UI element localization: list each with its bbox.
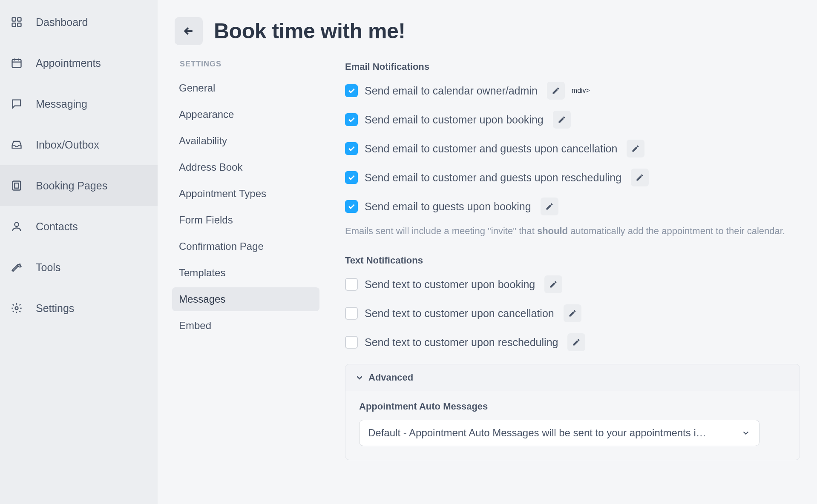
pencil-icon xyxy=(636,173,644,182)
check-icon xyxy=(347,86,356,95)
check-label: Send email to customer upon booking xyxy=(365,114,544,126)
settings-item-confirmation-page[interactable]: Confirmation Page xyxy=(172,235,319,258)
svg-point-8 xyxy=(15,307,18,310)
settings-item-form-fields[interactable]: Form Fields xyxy=(172,208,319,232)
sidebar-item-contacts[interactable]: Contacts xyxy=(0,206,158,247)
text-option-rescheduling: Send text to customer upon rescheduling xyxy=(345,333,800,351)
svg-rect-2 xyxy=(12,23,16,26)
email-help-text: Emails sent will include a meeting "invi… xyxy=(345,224,800,238)
page-title: Book time with me! xyxy=(214,19,405,43)
email-option-guests-booking: Send email to guests upon booking xyxy=(345,198,800,215)
check-label: Send email to guests upon booking xyxy=(365,200,531,213)
svg-rect-1 xyxy=(17,18,21,21)
sidebar-item-dashboard[interactable]: Dashboard xyxy=(0,2,158,43)
inbox-icon xyxy=(10,138,23,151)
check-label: Send email to customer and guests upon c… xyxy=(365,143,617,155)
checkbox-text-cancellation[interactable] xyxy=(345,307,358,320)
pencil-icon xyxy=(558,115,566,124)
checkbox-email-cancellation[interactable] xyxy=(345,142,358,155)
settings-item-general[interactable]: General xyxy=(172,76,319,100)
check-label: Send text to customer upon cancellation xyxy=(365,307,554,320)
check-icon xyxy=(347,173,356,182)
wrench-icon xyxy=(10,261,23,274)
settings-item-appointment-types[interactable]: Appointment Types xyxy=(172,182,319,206)
edit-button[interactable] xyxy=(541,198,558,215)
check-icon xyxy=(347,202,356,211)
text-option-booking: Send text to customer upon booking xyxy=(345,275,800,293)
help-text-post: automatically add the appointment to the… xyxy=(568,226,785,236)
svg-rect-0 xyxy=(12,18,16,21)
pencil-icon xyxy=(572,338,581,346)
messages-panel: Email Notifications Send email to calend… xyxy=(345,55,800,460)
edit-button[interactable] xyxy=(567,333,585,351)
checkbox-email-customer-booking[interactable] xyxy=(345,113,358,126)
edit-button[interactable] xyxy=(544,275,562,293)
page-header: Book time with me! xyxy=(175,17,800,45)
sidebar-item-label: Tools xyxy=(36,261,60,274)
checkbox-text-rescheduling[interactable] xyxy=(345,336,358,349)
settings-item-availability[interactable]: Availability xyxy=(172,129,319,153)
svg-rect-4 xyxy=(12,60,21,68)
user-icon xyxy=(10,220,23,233)
text-option-cancellation: Send text to customer upon cancellation xyxy=(345,304,800,322)
svg-rect-6 xyxy=(14,183,18,188)
sidebar-item-label: Inbox/Outbox xyxy=(36,139,99,151)
email-option-customer-booking: Send email to customer upon booking xyxy=(345,111,800,129)
sidebar-item-label: Dashboard xyxy=(36,16,88,29)
edit-button[interactable] xyxy=(627,140,644,158)
sidebar-item-label: Appointments xyxy=(36,57,101,69)
settings-item-messages[interactable]: Messages xyxy=(172,287,319,311)
arrow-left-icon xyxy=(182,25,195,37)
sidebar-item-inbox[interactable]: Inbox/Outbox xyxy=(0,124,158,165)
email-notifications-title: Email Notifications xyxy=(345,61,800,72)
sidebar: Dashboard Appointments Messaging Inbox/O… xyxy=(0,0,158,504)
grid-icon xyxy=(10,16,23,29)
help-text-strong: should xyxy=(537,226,568,236)
email-option-cancellation: Send email to customer and guests upon c… xyxy=(345,140,800,158)
settings-item-appearance[interactable]: Appearance xyxy=(172,103,319,126)
check-label: Send email to calendar owner/admin xyxy=(365,85,538,97)
auto-messages-select[interactable]: Default - Appointment Auto Messages will… xyxy=(359,420,759,446)
edit-button[interactable] xyxy=(631,169,649,186)
sidebar-item-appointments[interactable]: Appointments xyxy=(0,43,158,83)
sidebar-item-booking-pages[interactable]: Booking Pages xyxy=(0,165,158,206)
advanced-section: Advanced Appointment Auto Messages Defau… xyxy=(345,364,800,460)
check-icon xyxy=(347,144,356,153)
svg-rect-5 xyxy=(13,181,21,190)
chevron-down-icon xyxy=(741,428,751,438)
select-value: Default - Appointment Auto Messages will… xyxy=(368,427,706,439)
pencil-icon xyxy=(552,86,560,95)
sidebar-item-tools[interactable]: Tools xyxy=(0,247,158,288)
settings-item-address-book[interactable]: Address Book xyxy=(172,155,319,179)
checkbox-text-booking[interactable] xyxy=(345,278,358,291)
page-icon xyxy=(10,179,23,192)
check-label: Send email to customer and guests upon r… xyxy=(365,172,621,184)
checkbox-email-rescheduling[interactable] xyxy=(345,171,358,184)
advanced-title: Advanced xyxy=(368,372,413,383)
settings-item-templates[interactable]: Templates xyxy=(172,261,319,285)
sidebar-item-settings[interactable]: Settings xyxy=(0,288,158,329)
advanced-subtitle: Appointment Auto Messages xyxy=(359,401,786,412)
edit-button[interactable] xyxy=(553,111,571,129)
checkbox-email-owner[interactable] xyxy=(345,84,358,97)
text-notifications-title: Text Notifications xyxy=(345,255,800,266)
check-label: Send text to customer upon rescheduling xyxy=(365,336,558,349)
chevron-down-icon xyxy=(355,373,364,382)
calendar-icon xyxy=(10,57,23,69)
settings-item-embed[interactable]: Embed xyxy=(172,314,319,338)
check-icon xyxy=(347,115,356,124)
help-text-pre: Emails sent will include a meeting "invi… xyxy=(345,226,537,236)
back-button[interactable] xyxy=(175,17,203,45)
sidebar-item-messaging[interactable]: Messaging xyxy=(0,83,158,124)
checkbox-email-guests-booking[interactable] xyxy=(345,200,358,213)
email-option-rescheduling: Send email to customer and guests upon r… xyxy=(345,169,800,186)
check-label: Send text to customer upon booking xyxy=(365,278,535,291)
message-icon xyxy=(10,97,23,110)
settings-nav: SETTINGS General Appearance Availability… xyxy=(175,55,319,460)
pencil-icon xyxy=(545,202,554,211)
edit-button[interactable] xyxy=(547,82,565,100)
advanced-toggle[interactable]: Advanced xyxy=(345,364,800,391)
sidebar-item-label: Messaging xyxy=(36,98,87,110)
advanced-body: Appointment Auto Messages Default - Appo… xyxy=(345,391,800,460)
edit-button[interactable] xyxy=(564,304,581,322)
